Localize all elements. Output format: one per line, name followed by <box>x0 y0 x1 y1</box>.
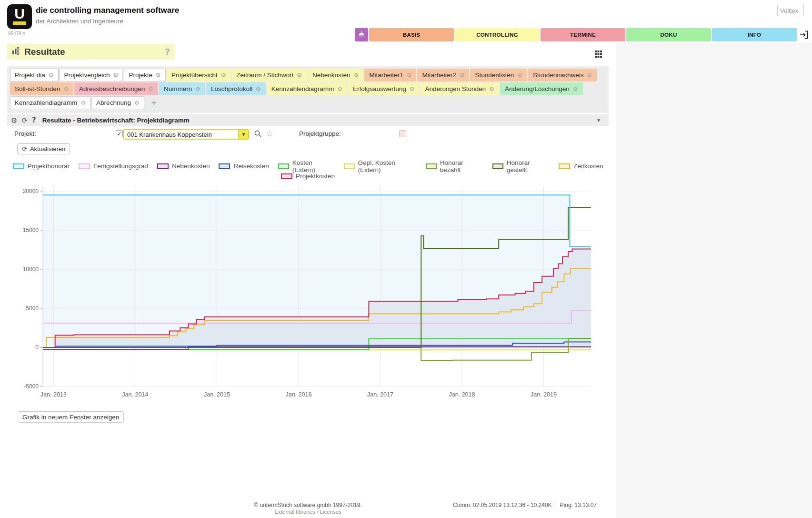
svg-text:15000: 15000 <box>23 227 39 234</box>
search-icon[interactable] <box>254 130 262 140</box>
tab-chip-projekte[interactable]: Projekte⚙ <box>124 69 165 81</box>
legend-label: Projekthonorar <box>28 163 70 170</box>
tab-chip-projekt-dia[interactable]: Projekt dia⚙ <box>10 69 59 81</box>
tab-gear-icon[interactable]: ⚙ <box>63 86 69 92</box>
legend-item-kosten_extern[interactable]: Kosten (Extern) <box>278 161 335 171</box>
section-toolbar: ⚙ ⟳ ? Resultate - Betriebswirtschaft: Pr… <box>7 114 609 126</box>
legend-item-honorar_gestellt[interactable]: Honorar gestellt <box>492 161 550 171</box>
tab-chip-label: Stundennachweis <box>533 71 584 79</box>
tab-chip-l-schprotokoll[interactable]: Löschprotokoll⚙ <box>206 82 266 95</box>
add-tab-button[interactable]: + <box>145 96 163 109</box>
tab-gear-icon[interactable]: ⚙ <box>337 86 342 92</box>
tab-gear-icon[interactable]: ⚙ <box>156 72 161 79</box>
tab-gear-icon[interactable]: ⚙ <box>148 86 153 92</box>
tab-chip-kennzahlendiagramm[interactable]: Kennzahlendiagramm⚙ <box>10 96 90 109</box>
tab-chip-mitarbeiter2[interactable]: Mitarbeiter2⚙ <box>417 69 469 81</box>
tab-chip-nummern[interactable]: Nummern⚙ <box>159 82 205 95</box>
logout-icon[interactable] <box>798 28 810 41</box>
filter-row: Projekt: ✓ 001 Krankenhaus Koppenstein ▼… <box>0 128 616 141</box>
tab-gear-icon[interactable]: ⚙ <box>354 72 359 79</box>
legend-label: Nebenkosten <box>172 163 210 170</box>
home-dome-icon[interactable] <box>355 28 368 41</box>
nav-tab-basis[interactable]: BASIS <box>369 28 454 41</box>
tab-chip-zeitraum-stichwort[interactable]: Zeitraum / Stichwort⚙ <box>231 69 307 81</box>
legend-swatch-fertigstellungsgrad <box>79 163 90 169</box>
tab-chip-adressbeschreibungen[interactable]: Adressbeschreibungen⚙ <box>74 82 158 95</box>
tab-gear-icon[interactable]: ⚙ <box>573 86 578 92</box>
tab-chip-erfolgsauswertung[interactable]: Erfolgsauswertung⚙ <box>348 82 420 95</box>
tab-gear-icon[interactable]: ⚙ <box>195 86 200 92</box>
tab-gear-icon[interactable]: ⚙ <box>221 72 226 79</box>
svg-text:5000: 5000 <box>26 305 39 312</box>
tab-gear-icon[interactable]: ⚙ <box>460 72 465 79</box>
tab-chip-mitarbeiter1[interactable]: Mitarbeiter1⚙ <box>364 69 416 81</box>
nav-tab-termine[interactable]: TERMINE <box>541 28 625 41</box>
tab-chip-label: Erfolgsauswertung <box>353 85 406 92</box>
tab-chip-stundennachweis[interactable]: Stundennachweis⚙ <box>528 69 597 81</box>
tab-gear-icon[interactable]: ⚙ <box>49 72 54 79</box>
help-icon[interactable]: ? <box>165 47 170 57</box>
tab-gear-icon[interactable]: ⚙ <box>407 72 412 79</box>
project-group-label: Projektgruppe: <box>299 130 341 137</box>
tab-gear-icon[interactable]: ⚙ <box>80 100 86 106</box>
tab-chip-soll-ist-stunden[interactable]: Soll-ist-Stunden⚙ <box>10 82 73 95</box>
collapse-caret-icon[interactable]: ▼ <box>596 118 601 123</box>
page-title-bar: Resultate ? <box>7 44 175 60</box>
tab-gear-icon[interactable]: ⚙ <box>256 86 261 92</box>
legend-item-honorar_bezahlt[interactable]: Honorar bezahlt <box>426 161 483 171</box>
app-subtitle: der Architekten und Ingenieure <box>36 18 123 25</box>
tab-chip-nderung-l-schungen[interactable]: Änderung/Löschungen⚙ <box>500 82 583 95</box>
open-in-new-window-button[interactable]: Grafik in neuem Fenster anzeigen <box>18 411 124 423</box>
nav-tab-controlling[interactable]: CONTROLLING <box>455 28 540 41</box>
tab-chip-nderungen-stunden[interactable]: Änderungen Stunden⚙ <box>420 82 499 95</box>
tab-gear-icon[interactable]: ⚙ <box>489 86 494 92</box>
tab-gear-icon[interactable]: ⚙ <box>587 72 592 79</box>
toolbar-help-icon[interactable]: ? <box>32 117 36 124</box>
fulltext-search-input[interactable] <box>777 5 804 16</box>
comm-status: Comm: 02.05.2019 13:12:36 - 10.240K <box>453 502 551 508</box>
nav-tab-doku[interactable]: DOKU <box>626 28 711 41</box>
legend-item-zeitkosten[interactable]: Zeitkosten <box>559 161 603 171</box>
apps-grid-icon[interactable] <box>594 50 602 60</box>
svg-text:Jan. 2013: Jan. 2013 <box>40 391 67 398</box>
tab-chip-kennzahlendiagramm[interactable]: Kennzahlendiagramm⚙ <box>267 82 347 95</box>
version-label: 95479 n <box>8 31 25 36</box>
logo-underline <box>13 21 26 25</box>
tab-chip-abrechnung[interactable]: Abrechnung⚙ <box>91 96 144 109</box>
tab-chip-stundenlisten[interactable]: Stundenlisten⚙ <box>470 69 527 81</box>
legend-item-gepl_kosten_extern[interactable]: Gepl. Kosten (Extern) <box>344 161 417 171</box>
legend-swatch-reisekosten <box>219 163 230 169</box>
nav-tab-info[interactable]: INFO <box>712 28 797 41</box>
tab-chip-label: Projekt dia <box>15 71 45 79</box>
project-group-checkbox[interactable] <box>399 130 406 137</box>
ping-status: Ping: 13:13:07 <box>560 502 597 508</box>
legend-item-reisekosten[interactable]: Reisekosten <box>219 161 269 171</box>
settings-gear-icon[interactable]: ⚙ <box>11 117 17 124</box>
tab-gear-icon[interactable]: ⚙ <box>113 72 119 79</box>
refresh-button-label: Aktualisieren <box>30 145 65 152</box>
tab-gear-icon[interactable]: ⚙ <box>297 72 302 79</box>
tab-chip-label: Nummern <box>164 85 192 92</box>
tab-chip-nebenkosten[interactable]: Nebenkosten⚙ <box>308 69 363 81</box>
tab-gear-icon[interactable]: ⚙ <box>517 72 522 79</box>
tab-chip-label: Änderung/Löschungen <box>505 85 570 92</box>
project-checkbox[interactable]: ✓ <box>116 130 123 137</box>
legend-item-projekthonorar[interactable]: Projekthonorar <box>13 161 70 171</box>
tab-gear-icon[interactable]: ⚙ <box>134 100 140 106</box>
svg-text:Jan. 2016: Jan. 2016 <box>285 391 311 398</box>
favorite-star-icon[interactable]: ☆ <box>266 129 273 139</box>
legend-item-fertigstellungsgrad[interactable]: Fertigstellungsgrad <box>79 161 148 171</box>
tab-chip-projekt-bersicht[interactable]: Projektübersicht⚙ <box>167 69 231 81</box>
chart-legend-row-1: ProjekthonorarFertigstellungsgradNebenko… <box>13 161 603 171</box>
refresh-button[interactable]: ⟳ Aktualisieren <box>17 143 70 154</box>
right-gutter <box>616 43 812 518</box>
licenses-link[interactable]: External libraries / Licenses <box>0 509 616 515</box>
svg-text:-5000: -5000 <box>24 383 39 390</box>
tab-gear-icon[interactable]: ⚙ <box>410 86 415 92</box>
legend-item-projektkosten[interactable]: Projektkosten <box>281 171 335 181</box>
legend-item-nebenkosten[interactable]: Nebenkosten <box>157 161 210 171</box>
reload-icon[interactable]: ⟳ <box>21 117 28 124</box>
dropdown-arrow-icon[interactable]: ▼ <box>238 130 248 139</box>
project-select[interactable]: 001 Krankenhaus Koppenstein ▼ <box>123 129 249 140</box>
tab-chip-projektvergleich[interactable]: Projektvergleich⚙ <box>60 69 123 81</box>
